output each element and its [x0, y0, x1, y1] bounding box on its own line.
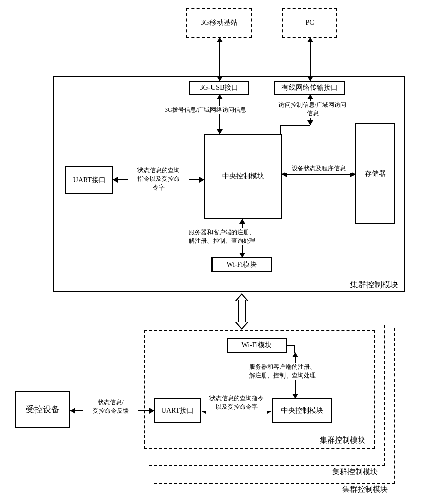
base-station-label: 3G移动基站: [200, 18, 237, 27]
wired-interface: 有线网络传输接口: [274, 81, 345, 95]
label-uart-to-center: 状态信息的查询 指令以及受控命 令字: [128, 166, 189, 192]
cluster-mid-title: 集群控制模块: [332, 467, 378, 477]
label-device-to-uart: 状态信息/ 受控命令反馈: [83, 398, 138, 415]
cluster-outer-title: 集群控制模块: [342, 485, 388, 494]
controlled-device: 受控设备: [15, 391, 70, 428]
wifi-module-top: Wi-Fi模块: [211, 257, 272, 272]
label-center-to-storage: 设备状态及程序信息: [285, 164, 352, 173]
cluster-inner-title: 集群控制模块: [320, 435, 365, 445]
big-link-arrow: [235, 293, 249, 330]
uart-interface-bottom: UART接口: [154, 398, 201, 423]
seg-wired-extend: [280, 125, 310, 126]
storage-box: 存储器: [355, 123, 395, 224]
base-station-box: 3G移动基站: [186, 8, 252, 38]
label-usb-to-center: 3G拨号信息/广域网络访问信息: [155, 106, 256, 114]
usb-interface-label: 3G-USB接口: [199, 83, 238, 92]
wifi-module-top-label: Wi-Fi模块: [227, 260, 257, 269]
pc-box: PC: [282, 8, 337, 38]
main-cluster-title: 集群控制模块: [350, 280, 398, 290]
storage-label: 存储器: [365, 169, 386, 178]
center-control-bottom-label: 中央控制模块: [281, 406, 323, 415]
label-wifi-to-center-bottom: 服务器和客户端的注册、 解注册、控制、查询处理: [249, 363, 350, 380]
uart-interface-label: UART接口: [73, 176, 106, 185]
arrow-pc-to-wired: [310, 38, 311, 81]
usb-interface: 3G-USB接口: [189, 81, 249, 95]
uart-interface-bottom-label: UART接口: [161, 406, 194, 415]
label-wired-to-center: 访问控制信息/广域网访问 信息: [273, 101, 351, 118]
center-control-label: 中央控制模块: [222, 172, 264, 181]
arrow-base-to-usb: [219, 38, 220, 81]
label-uart-to-center-bottom: 状态信息的查询指令 以及受控命令字: [201, 394, 272, 411]
center-control: 中央控制模块: [204, 134, 282, 219]
label-center-to-wifi: 服务器和客户端的注册、 解注册、控制、查询处理: [189, 228, 290, 245]
pc-label: PC: [305, 19, 314, 27]
controlled-device-label: 受控设备: [26, 404, 60, 415]
wifi-module-bottom: Wi-Fi模块: [227, 338, 287, 353]
uart-interface: UART接口: [65, 166, 113, 194]
center-control-bottom: 中央控制模块: [272, 398, 332, 423]
arrow-center-to-storage: [282, 174, 355, 175]
wifi-module-bottom-label: Wi-Fi模块: [242, 341, 272, 350]
wired-interface-label: 有线网络传输接口: [281, 83, 338, 92]
